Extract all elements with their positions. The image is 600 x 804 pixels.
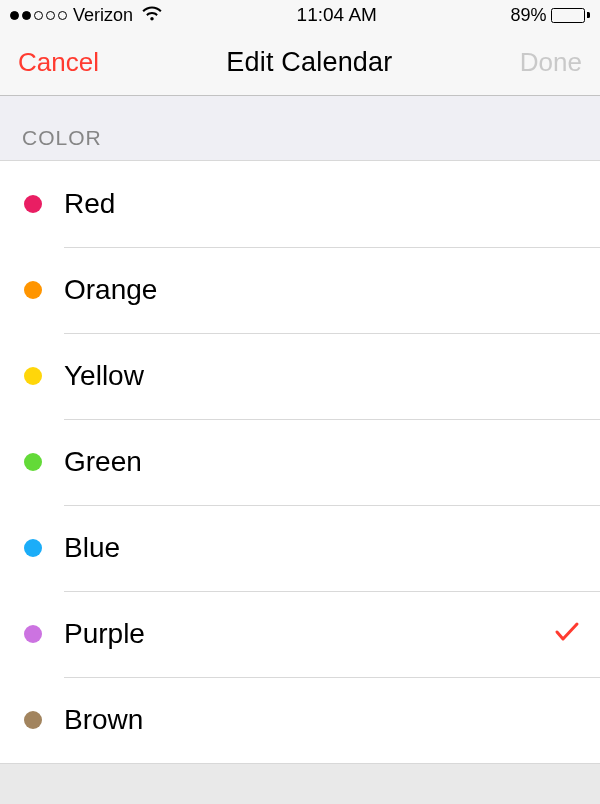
- color-swatch-icon: [24, 281, 42, 299]
- section-header-color: COLOR: [0, 96, 600, 160]
- color-swatch-icon: [24, 367, 42, 385]
- status-bar: Verizon 11:04 AM 89%: [0, 0, 600, 30]
- color-row-yellow[interactable]: Yellow: [0, 333, 600, 419]
- color-swatch-icon: [24, 195, 42, 213]
- carrier-label: Verizon: [73, 5, 133, 26]
- cancel-button[interactable]: Cancel: [18, 47, 99, 78]
- color-swatch-icon: [24, 625, 42, 643]
- color-list: Red Orange Yellow Green Blue Purple Brow…: [0, 160, 600, 764]
- color-swatch-icon: [24, 453, 42, 471]
- color-row-purple[interactable]: Purple: [0, 591, 600, 677]
- color-row-orange[interactable]: Orange: [0, 247, 600, 333]
- page-title: Edit Calendar: [226, 47, 392, 78]
- nav-bar: Cancel Edit Calendar Done: [0, 30, 600, 96]
- color-label: Brown: [64, 704, 580, 736]
- status-right: 89%: [510, 5, 590, 26]
- done-button[interactable]: Done: [520, 47, 582, 78]
- wifi-icon: [141, 5, 163, 26]
- color-label: Blue: [64, 532, 580, 564]
- color-row-brown[interactable]: Brown: [0, 677, 600, 763]
- color-label: Red: [64, 188, 580, 220]
- color-swatch-icon: [24, 711, 42, 729]
- color-row-green[interactable]: Green: [0, 419, 600, 505]
- color-label: Green: [64, 446, 580, 478]
- color-row-blue[interactable]: Blue: [0, 505, 600, 591]
- color-row-red[interactable]: Red: [0, 161, 600, 247]
- color-label: Yellow: [64, 360, 580, 392]
- color-label: Orange: [64, 274, 580, 306]
- checkmark-icon: [554, 621, 580, 647]
- battery-icon: [551, 8, 590, 23]
- battery-percent: 89%: [510, 5, 546, 26]
- color-label: Purple: [64, 618, 554, 650]
- status-time: 11:04 AM: [297, 4, 377, 26]
- signal-strength-icon: [10, 11, 67, 20]
- color-swatch-icon: [24, 539, 42, 557]
- status-left: Verizon: [10, 5, 163, 26]
